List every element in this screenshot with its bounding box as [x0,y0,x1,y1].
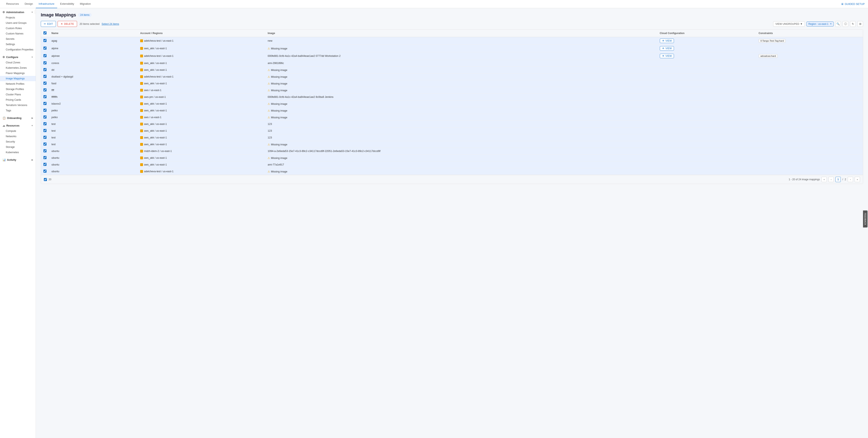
search-button[interactable]: 🔍 [835,21,841,27]
sidebar-item-kubernetes[interactable]: Kubernetes [0,150,36,155]
row-checkbox[interactable] [43,82,46,85]
section-onboarding-header[interactable]: 📋 Onboarding ▶ [0,115,36,121]
refresh-button[interactable]: ↻ [850,21,856,27]
account-icon [140,129,143,132]
section-configure-header[interactable]: ⚙ Configure ▼ [0,54,36,60]
row-checkbox[interactable] [43,47,46,50]
row-checkbox[interactable] [43,163,46,166]
guided-setup-button[interactable]: 🖥 GUIDED SETUP [841,2,865,5]
filter-chip-remove[interactable]: ✕ [830,23,832,25]
row-checkbox[interactable] [43,75,46,78]
nav-migration[interactable]: Migration [77,0,94,8]
edit-button[interactable]: ✏ EDIT [41,21,56,27]
row-account: aws_akk / us-east-1 [138,80,265,87]
view-button[interactable]: 👁VIEW [660,38,674,43]
row-cloud-config [657,74,756,80]
sidebar-item-cluster-plans[interactable]: Cluster Plans [0,92,36,97]
nav-resources[interactable]: Resources [3,0,22,8]
row-account: aws_akk / us-east-1 [138,67,265,74]
sidebar-item-tags[interactable]: Tags [0,108,36,113]
sidebar-item-networks[interactable]: Networks [0,134,36,139]
sidebar-item-kubernetes-zones[interactable]: Kubernetes Zones [0,65,36,70]
view-button[interactable]: 👁VIEW [660,46,674,51]
row-checkbox[interactable] [43,102,46,105]
view-ungrouped-button[interactable]: VIEW UNGROUPED ▼ [773,21,805,27]
row-checkbox-cell [41,45,49,52]
row-cloud-config [657,80,756,87]
eye-icon: 👁 [662,55,664,57]
row-checkbox-cell [41,162,49,168]
row-cloud-config [657,127,756,134]
sidebar-item-image-mappings[interactable]: Image Mappings [0,76,36,81]
row-account: aws-pm / us-east-1 [138,94,265,100]
row-checkbox[interactable] [43,39,46,42]
current-page[interactable]: 1 [835,177,841,182]
sidebar-item-custom-names[interactable]: Custom Names [0,31,36,36]
sidebar-item-secrets[interactable]: Secrets [0,36,36,41]
sidebar-item-security[interactable]: Security [0,139,36,144]
row-account: adelcheva-test / us-east-1 [138,37,265,45]
row-checkbox-cell [41,74,49,80]
sidebar-item-users-groups[interactable]: Users and Groups [0,20,36,26]
sidebar-item-flavor-mappings[interactable]: Flavor Mappings [0,70,36,76]
feedback-tab[interactable]: FEEDBACK [863,210,867,227]
row-checkbox[interactable] [43,109,46,112]
nav-extensibility[interactable]: Extensibility [57,0,77,8]
guided-setup-icon: 🖥 [841,2,844,5]
section-administration-header[interactable]: ⚙ Administration ▼ [0,9,36,15]
nav-infrastructure[interactable]: Infrastructure [36,0,57,8]
row-name: test [49,134,138,141]
row-checkbox-cell [41,67,49,74]
row-checkbox[interactable] [43,54,46,57]
row-image: ⚠Missing image [265,168,657,175]
sidebar-item-network-profiles[interactable]: Network Profiles [0,81,36,87]
row-checkbox[interactable] [43,95,46,98]
section-resources-header[interactable]: ☁ Resources ▼ [0,122,36,128]
row-name: agag [49,37,138,45]
table-row: alpineeadelcheva-test / us-east-1000fe88… [41,52,863,60]
row-checkbox[interactable] [43,68,46,71]
app-layout: ‹‹ ⚙ Administration ▼ Projects Users and… [0,8,868,438]
nav-design[interactable]: Design [22,0,36,8]
grid-view-button[interactable]: ⊞ [857,21,863,27]
row-checkbox[interactable] [43,143,46,146]
sidebar-item-storage[interactable]: Storage [0,144,36,150]
row-checkbox[interactable] [43,122,46,125]
delete-icon: ✕ [61,22,63,25]
row-checkbox-cell [41,141,49,148]
row-checkbox[interactable] [43,170,46,173]
last-page-button[interactable]: » [855,177,860,182]
row-checkbox[interactable] [43,61,46,64]
row-checkbox[interactable] [43,156,46,159]
delete-button[interactable]: ✕ DELETE [58,21,77,27]
sidebar: ‹‹ ⚙ Administration ▼ Projects Users and… [0,8,36,438]
first-page-button[interactable]: « [822,177,827,182]
row-checkbox[interactable] [43,115,46,119]
next-page-button[interactable]: › [848,177,853,182]
sidebar-item-storage-profiles[interactable]: Storage Profiles [0,87,36,92]
sidebar-item-custom-roles[interactable]: Custom Roles [0,26,36,31]
row-checkbox[interactable] [43,149,46,152]
row-checkbox[interactable] [43,136,46,139]
sidebar-item-pricing-cards[interactable]: Pricing Cards [0,97,36,103]
footer-checkbox[interactable] [44,178,47,181]
row-checkbox[interactable] [43,88,46,91]
account-icon [140,136,143,139]
sidebar-item-terraform-versions[interactable]: Terraform Versions [0,103,36,108]
view-button[interactable]: 👁VIEW [660,54,674,58]
sidebar-item-settings[interactable]: Settings [0,41,36,47]
prev-page-button[interactable]: ‹ [829,177,834,182]
sidebar-item-config-properties[interactable]: Configuration Properties [0,47,36,52]
refresh-icon: ↻ [852,22,854,25]
select-all-checkbox[interactable] [43,31,46,34]
sidebar-item-projects[interactable]: Projects [0,15,36,20]
row-checkbox[interactable] [43,129,46,132]
row-image: ⚠Missing image [265,74,657,80]
sidebar-item-compute[interactable]: Compute [0,128,36,134]
account-icon [140,68,143,71]
table-row: testaws_akk / us-east-1123 [41,134,863,141]
section-activity-header[interactable]: 📊 Activity ▶ [0,157,36,163]
select-all-link[interactable]: Select 24 items [102,23,119,25]
sidebar-item-cloud-zones[interactable]: Cloud Zones [0,60,36,65]
add-filter-button[interactable]: ⓘ [843,21,848,27]
